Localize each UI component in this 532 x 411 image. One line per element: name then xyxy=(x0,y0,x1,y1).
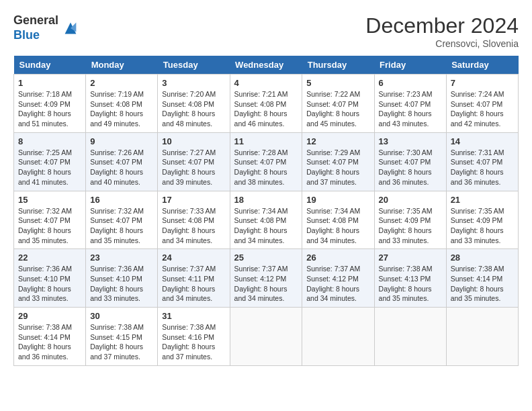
calendar-cell xyxy=(230,308,302,366)
logo-blue: Blue xyxy=(13,28,58,43)
day-number: 27 xyxy=(379,253,442,263)
calendar-week-row: 22 Sunrise: 7:36 AMSunset: 4:10 PMDaylig… xyxy=(14,249,519,308)
day-number: 2 xyxy=(90,78,153,88)
day-info: Sunrise: 7:38 AMSunset: 4:14 PMDaylight:… xyxy=(18,323,72,361)
day-info: Sunrise: 7:20 AMSunset: 4:08 PMDaylight:… xyxy=(162,90,216,128)
calendar-cell xyxy=(302,308,374,366)
calendar-cell: 10 Sunrise: 7:27 AMSunset: 4:07 PMDaylig… xyxy=(158,132,230,191)
day-number: 25 xyxy=(234,253,298,263)
calendar-cell: 2 Sunrise: 7:19 AMSunset: 4:08 PMDayligh… xyxy=(86,75,158,133)
page-header: General Blue December 2024 Crensovci, Sl… xyxy=(13,13,519,49)
day-number: 9 xyxy=(90,136,153,146)
calendar-cell: 23 Sunrise: 7:36 AMSunset: 4:10 PMDaylig… xyxy=(86,249,158,308)
calendar-cell: 27 Sunrise: 7:38 AMSunset: 4:13 PMDaylig… xyxy=(374,249,446,308)
calendar-cell xyxy=(374,308,446,366)
day-number: 12 xyxy=(306,136,369,146)
day-number: 7 xyxy=(451,78,514,88)
day-info: Sunrise: 7:38 AMSunset: 4:16 PMDaylight:… xyxy=(162,323,216,361)
day-number: 28 xyxy=(451,253,514,263)
day-number: 23 xyxy=(90,253,153,263)
calendar-table: SundayMondayTuesdayWednesdayThursdayFrid… xyxy=(13,56,519,366)
day-info: Sunrise: 7:36 AMSunset: 4:10 PMDaylight:… xyxy=(18,265,72,302)
calendar-cell: 22 Sunrise: 7:36 AMSunset: 4:10 PMDaylig… xyxy=(14,249,86,308)
day-number: 4 xyxy=(234,78,298,88)
calendar-cell: 28 Sunrise: 7:38 AMSunset: 4:14 PMDaylig… xyxy=(446,249,518,308)
calendar-cell xyxy=(446,308,518,366)
day-info: Sunrise: 7:35 AMSunset: 4:09 PMDaylight:… xyxy=(451,207,504,244)
day-info: Sunrise: 7:37 AMSunset: 4:12 PMDaylight:… xyxy=(306,265,360,302)
day-number: 3 xyxy=(162,78,225,88)
day-number: 26 xyxy=(306,253,369,263)
calendar-cell: 7 Sunrise: 7:24 AMSunset: 4:07 PMDayligh… xyxy=(446,75,518,133)
day-info: Sunrise: 7:18 AMSunset: 4:09 PMDaylight:… xyxy=(18,90,72,128)
day-info: Sunrise: 7:37 AMSunset: 4:11 PMDaylight:… xyxy=(162,265,216,302)
calendar-cell: 25 Sunrise: 7:37 AMSunset: 4:12 PMDaylig… xyxy=(230,249,302,308)
day-number: 29 xyxy=(18,311,81,321)
calendar-week-row: 8 Sunrise: 7:25 AMSunset: 4:07 PMDayligh… xyxy=(14,132,519,191)
calendar-day-header: Monday xyxy=(86,56,158,75)
day-number: 21 xyxy=(451,195,514,205)
day-number: 22 xyxy=(18,253,81,263)
day-info: Sunrise: 7:31 AMSunset: 4:07 PMDaylight:… xyxy=(451,148,504,186)
day-info: Sunrise: 7:30 AMSunset: 4:07 PMDaylight:… xyxy=(379,148,433,186)
day-number: 16 xyxy=(90,195,153,205)
day-info: Sunrise: 7:34 AMSunset: 4:08 PMDaylight:… xyxy=(234,207,288,244)
day-number: 15 xyxy=(18,195,81,205)
calendar-cell: 31 Sunrise: 7:38 AMSunset: 4:16 PMDaylig… xyxy=(158,308,230,366)
day-info: Sunrise: 7:37 AMSunset: 4:12 PMDaylight:… xyxy=(234,265,288,302)
title-block: December 2024 Crensovci, Slovenia xyxy=(365,13,519,49)
logo-icon xyxy=(61,19,80,38)
calendar-cell: 12 Sunrise: 7:29 AMSunset: 4:07 PMDaylig… xyxy=(302,132,374,191)
day-info: Sunrise: 7:22 AMSunset: 4:07 PMDaylight:… xyxy=(306,90,360,128)
calendar-week-row: 29 Sunrise: 7:38 AMSunset: 4:14 PMDaylig… xyxy=(14,308,519,366)
calendar-cell: 21 Sunrise: 7:35 AMSunset: 4:09 PMDaylig… xyxy=(446,191,518,249)
day-number: 31 xyxy=(162,311,225,321)
day-number: 8 xyxy=(18,136,81,146)
logo: General Blue xyxy=(13,13,80,42)
calendar-cell: 11 Sunrise: 7:28 AMSunset: 4:07 PMDaylig… xyxy=(230,132,302,191)
day-number: 10 xyxy=(162,136,225,146)
day-info: Sunrise: 7:21 AMSunset: 4:08 PMDaylight:… xyxy=(234,90,288,128)
day-info: Sunrise: 7:33 AMSunset: 4:08 PMDaylight:… xyxy=(162,207,216,244)
calendar-cell: 6 Sunrise: 7:23 AMSunset: 4:07 PMDayligh… xyxy=(374,75,446,133)
day-info: Sunrise: 7:38 AMSunset: 4:13 PMDaylight:… xyxy=(379,265,433,302)
day-number: 18 xyxy=(234,195,298,205)
calendar-cell: 26 Sunrise: 7:37 AMSunset: 4:12 PMDaylig… xyxy=(302,249,374,308)
calendar-cell: 13 Sunrise: 7:30 AMSunset: 4:07 PMDaylig… xyxy=(374,132,446,191)
day-info: Sunrise: 7:27 AMSunset: 4:07 PMDaylight:… xyxy=(162,148,216,186)
day-number: 17 xyxy=(162,195,225,205)
calendar-cell: 19 Sunrise: 7:34 AMSunset: 4:08 PMDaylig… xyxy=(302,191,374,249)
calendar-cell: 3 Sunrise: 7:20 AMSunset: 4:08 PMDayligh… xyxy=(158,75,230,133)
logo-text: General Blue xyxy=(13,13,58,42)
calendar-day-header: Thursday xyxy=(302,56,374,75)
calendar-day-header: Wednesday xyxy=(230,56,302,75)
calendar-cell: 8 Sunrise: 7:25 AMSunset: 4:07 PMDayligh… xyxy=(14,132,86,191)
calendar-day-header: Sunday xyxy=(14,56,86,75)
calendar-day-header: Saturday xyxy=(446,56,518,75)
calendar-cell: 5 Sunrise: 7:22 AMSunset: 4:07 PMDayligh… xyxy=(302,75,374,133)
day-number: 19 xyxy=(306,195,369,205)
day-info: Sunrise: 7:19 AMSunset: 4:08 PMDaylight:… xyxy=(90,90,144,128)
calendar-cell: 15 Sunrise: 7:32 AMSunset: 4:07 PMDaylig… xyxy=(14,191,86,249)
day-info: Sunrise: 7:32 AMSunset: 4:07 PMDaylight:… xyxy=(18,207,72,244)
calendar-header-row: SundayMondayTuesdayWednesdayThursdayFrid… xyxy=(14,56,519,75)
day-number: 30 xyxy=(90,311,153,321)
calendar-cell: 17 Sunrise: 7:33 AMSunset: 4:08 PMDaylig… xyxy=(158,191,230,249)
day-number: 20 xyxy=(379,195,442,205)
calendar-cell: 16 Sunrise: 7:32 AMSunset: 4:07 PMDaylig… xyxy=(86,191,158,249)
logo-general: General xyxy=(13,13,58,28)
calendar-cell: 29 Sunrise: 7:38 AMSunset: 4:14 PMDaylig… xyxy=(14,308,86,366)
calendar-cell: 20 Sunrise: 7:35 AMSunset: 4:09 PMDaylig… xyxy=(374,191,446,249)
day-number: 1 xyxy=(18,78,81,88)
calendar-cell: 1 Sunrise: 7:18 AMSunset: 4:09 PMDayligh… xyxy=(14,75,86,133)
day-info: Sunrise: 7:38 AMSunset: 4:15 PMDaylight:… xyxy=(90,323,144,361)
day-info: Sunrise: 7:26 AMSunset: 4:07 PMDaylight:… xyxy=(90,148,144,186)
day-number: 11 xyxy=(234,136,298,146)
day-info: Sunrise: 7:35 AMSunset: 4:09 PMDaylight:… xyxy=(379,207,433,244)
day-info: Sunrise: 7:29 AMSunset: 4:07 PMDaylight:… xyxy=(306,148,360,186)
day-number: 14 xyxy=(451,136,514,146)
month-title: December 2024 xyxy=(365,13,519,38)
day-info: Sunrise: 7:24 AMSunset: 4:07 PMDaylight:… xyxy=(451,90,504,128)
day-info: Sunrise: 7:28 AMSunset: 4:07 PMDaylight:… xyxy=(234,148,288,186)
calendar-week-row: 15 Sunrise: 7:32 AMSunset: 4:07 PMDaylig… xyxy=(14,191,519,249)
